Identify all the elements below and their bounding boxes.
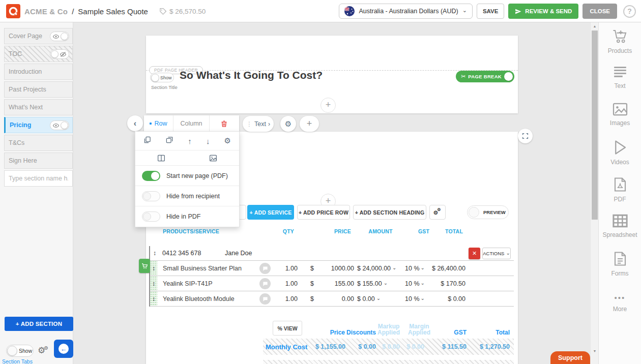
product-qty[interactable]: 1.00 [271,261,298,276]
row-drag-handle[interactable]: ↕ [150,261,157,276]
percent-view-button[interactable]: % VIEW [273,321,302,336]
sidebar-item-toc[interactable]: TOC [4,46,73,62]
product-price[interactable]: 1000.00 [316,261,354,276]
product-gst-dropdown[interactable]: 10 % ⌄ [404,276,425,291]
add-column-button[interactable] [135,155,187,162]
product-qty[interactable]: 1.00 [271,276,298,291]
text-block-selector[interactable]: ⋮ Text › [243,116,274,132]
delete-contact-button[interactable]: ✕ [469,248,480,259]
duplicate-button[interactable] [165,136,173,146]
product-library-badge[interactable] [139,259,150,273]
sidebar-item-introduction[interactable]: Introduction [4,64,73,80]
product-name[interactable]: Yealink SIP-T41P [163,276,213,291]
pricing-visibility-toggle[interactable] [50,120,69,130]
product-gst-dropdown[interactable]: 10 % ⌄ [404,291,425,306]
sidebar-item-cover-page[interactable]: Cover Page [4,28,73,44]
contact-phone[interactable]: 0412 345 678 [162,246,201,260]
row-drag-handle[interactable]: ↕ [150,291,157,306]
block-item-forms[interactable]: Forms [599,251,641,288]
scroll-down-arrow[interactable]: ▼ [591,349,599,353]
vertical-scrollbar[interactable]: ▲ ▼ [590,22,598,364]
hide-in-pdf-toggle[interactable] [142,211,160,222]
tab-row[interactable]: Row [144,115,173,132]
comment-button[interactable] [259,263,271,274]
fullscreen-button[interactable] [518,129,533,143]
gst-value: 10 % [405,265,420,272]
block-settings-button[interactable]: ⚙ [280,116,296,132]
review-send-button[interactable]: REVIEW & SEND [508,4,578,19]
add-section-button[interactable]: + ADD SECTION [5,317,73,331]
pricing-settings-button[interactable]: ⚙⚙ [429,205,446,220]
toc-visibility-toggle[interactable] [50,49,69,59]
row-drag-handle[interactable]: ↕ [150,276,157,291]
text-lines-icon [613,66,628,79]
hide-from-recipient-toggle[interactable] [142,191,160,201]
toggle-knob [143,192,151,200]
row-drag-handle[interactable]: ↕ [151,246,158,260]
new-section-name-input[interactable] [5,171,72,186]
section-list: Cover Page TOC Introductio [4,28,73,188]
add-image-button[interactable] [187,155,239,162]
contact-name[interactable]: Jane Doe [225,246,252,260]
section-heading-text[interactable]: So What's It Going To Cost? [180,69,323,81]
block-item-text[interactable]: Text [599,66,641,103]
copy-button[interactable] [143,136,151,146]
block-item-images[interactable]: Images [599,103,641,140]
help-button[interactable]: ? [623,5,636,18]
block-item-products[interactable]: Products [599,28,641,66]
collapse-sidebar-button[interactable]: ← [54,340,73,358]
chevron-down-icon: ⌄ [462,7,467,14]
add-block-toolbar-button[interactable]: + [300,116,319,132]
currency-select[interactable]: Australia - Australian Dollars (AUD) ⌄ [339,4,472,19]
start-new-page-toggle[interactable] [142,171,160,181]
close-button[interactable]: CLOSE [582,4,617,19]
sidebar-item-pricing[interactable]: Pricing [4,117,73,133]
row-settings-button[interactable]: ⚙ [224,136,231,145]
add-price-row-button[interactable]: + ADD PRICE ROW [297,205,350,220]
save-button[interactable]: SAVE [477,4,504,19]
product-amount-dropdown[interactable]: $ 0.00 ⌄ [357,291,381,306]
page-break-toggle[interactable]: ✂ PAGE BREAK [456,71,514,82]
sidebar-item-sign-here[interactable]: Sign Here [4,153,73,169]
currency-symbol: $ [310,291,314,306]
toolbar-back-button[interactable]: ‹ [127,115,143,131]
sidebar-item-whats-next[interactable]: What's Next [4,99,73,115]
add-service-button[interactable]: + ADD SERVICE [247,205,294,220]
app-logo[interactable] [6,4,20,18]
brand-name[interactable]: ACME & Co [24,7,68,16]
actions-dropdown-button[interactable]: ACTIONS ⌄ [482,248,511,259]
product-gst-dropdown[interactable]: 10 % ⌄ [404,261,425,276]
product-amount-dropdown[interactable]: $ 155.00 ⌄ [357,276,388,291]
move-row-up-button[interactable]: ↑ [188,137,192,145]
block-item-spreadsheet[interactable]: Spreadsheet [599,214,641,251]
scrollbar-thumb[interactable] [592,31,598,220]
product-qty[interactable]: 1.00 [271,291,298,306]
product-name[interactable]: Small Business Starter Plan [163,261,242,276]
product-price[interactable]: 155.00 [316,276,354,291]
sidebar-item-tcs[interactable]: T&Cs [4,135,73,151]
block-item-more[interactable]: ••• More [599,288,641,325]
preview-toggle[interactable]: PREVIEW [467,205,509,219]
section-title-show-toggle[interactable]: Show [150,73,174,82]
product-name[interactable]: Yealink Bluetooth Module [163,291,235,306]
block-item-pdf[interactable]: PDF [599,177,641,214]
add-section-heading-button[interactable]: + ADD SECTION HEADING [353,205,426,220]
scroll-up-arrow[interactable]: ▲ [591,24,599,28]
document-title[interactable]: Sample Sales Quote [78,7,148,16]
add-block-button[interactable]: + [320,98,336,113]
sidebar-item-past-projects[interactable]: Past Projects [4,81,73,98]
comment-button[interactable] [259,278,271,289]
tab-column[interactable]: Column [173,115,210,132]
logo-q-icon [8,6,18,16]
gear-icon-small: ⚙ [44,345,48,351]
move-row-down-button[interactable]: ↓ [206,137,210,145]
sidebar-settings-button[interactable]: ⚙⚙ [38,345,50,356]
block-item-videos[interactable]: Videos [599,140,641,177]
comment-button[interactable] [259,293,271,305]
section-tabs-show-toggle[interactable]: Show [6,345,34,357]
delete-row-button[interactable] [210,115,238,132]
product-price[interactable]: 0.00 [316,291,354,306]
cover-page-visibility-toggle[interactable] [50,32,69,41]
support-button[interactable]: Support [550,351,590,364]
product-amount-dropdown[interactable]: $ 24,000.00 ⌄ [357,261,396,276]
